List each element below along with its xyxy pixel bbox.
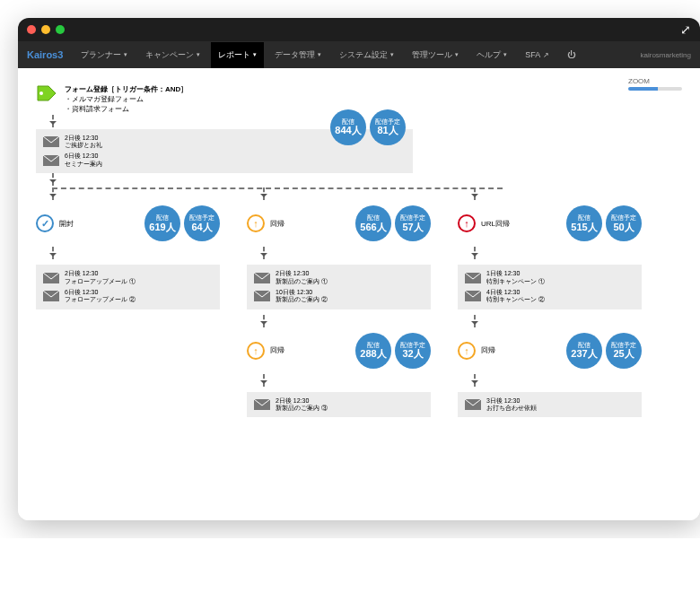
- branch-head[interactable]: ✓開封 配信619人 配信予定64人: [36, 205, 220, 241]
- metrics: 配信844人 配信予定81人: [330, 109, 406, 145]
- logo[interactable]: Kairos3: [27, 49, 63, 60]
- connector-arrow: [263, 315, 265, 327]
- connector-arrow: [263, 187, 265, 200]
- envelope-icon: [254, 291, 270, 301]
- sent-metric[interactable]: 配信619人: [144, 205, 180, 241]
- check-icon: ✓: [36, 214, 54, 232]
- scenario-canvas[interactable]: ZOOM フォーム登録［トリガー条件：AND］ ・メルマガ登録フォーム ・資料請…: [18, 68, 700, 520]
- sent-metric[interactable]: 配信288人: [355, 333, 391, 369]
- zoom-control[interactable]: ZOOM: [628, 77, 682, 91]
- step-block[interactable]: 配信844人 配信予定81人 2日後 12:30ご挨拶とお礼6日後 12:30セ…: [36, 129, 413, 174]
- mail-row[interactable]: 2日後 12:30新製品のご案内 ①: [254, 270, 424, 285]
- nav-SFA[interactable]: SFA↗: [518, 43, 556, 66]
- svg-point-0: [39, 92, 43, 95]
- sent-metric[interactable]: 配信844人: [330, 109, 366, 145]
- nav-管理ツール[interactable]: 管理ツール▾: [405, 42, 466, 68]
- nav-プランナー[interactable]: プランナー▾: [74, 42, 135, 68]
- nav-データ管理[interactable]: データ管理▾: [267, 42, 328, 68]
- connector-arrow: [263, 247, 265, 259]
- branch-head[interactable]: ↑回帰 配信288人 配信予定32人: [247, 333, 431, 369]
- up-icon: ↑: [247, 342, 265, 360]
- mail-row[interactable]: 4日後 12:30特別キャンペーン ②: [465, 289, 634, 304]
- metrics: 配信619人 配信予定64人: [144, 205, 220, 241]
- metrics: 配信515人 配信予定50人: [566, 205, 642, 241]
- envelope-icon: [465, 291, 481, 301]
- envelope-icon: [43, 155, 59, 166]
- sent-metric[interactable]: 配信515人: [566, 205, 602, 241]
- chevron-down-icon: ▾: [390, 51, 394, 58]
- envelope-icon: [465, 273, 481, 283]
- user-label: kairosmarketing: [641, 51, 691, 59]
- mail-row[interactable]: 2日後 12:30フォローアップメール ①: [43, 270, 213, 285]
- scheduled-metric[interactable]: 配信予定81人: [370, 109, 406, 145]
- branch-head[interactable]: ↑URL回帰 配信515人 配信予定50人: [458, 205, 642, 241]
- zoom-slider[interactable]: [628, 87, 682, 91]
- chevron-down-icon: ▾: [503, 51, 507, 58]
- chevron-down-icon: ▾: [197, 51, 200, 58]
- nav-レポート[interactable]: レポート▾: [211, 42, 264, 68]
- metrics: 配信237人 配信予定25人: [566, 333, 642, 369]
- branch-column: ↑URL回帰 配信515人 配信予定50人 1日後 12:30特別キャンペーン …: [458, 195, 642, 417]
- envelope-icon: [43, 291, 59, 301]
- up-icon: ↑: [458, 342, 476, 360]
- envelope-icon: [254, 399, 270, 410]
- envelope-icon: [254, 273, 270, 283]
- connector-arrow: [263, 374, 265, 387]
- chevron-down-icon: ▾: [455, 51, 459, 58]
- scheduled-metric[interactable]: 配信予定64人: [184, 205, 220, 241]
- up-icon: ↑: [458, 214, 476, 232]
- window-controls: [27, 25, 65, 34]
- nav-ヘルプ[interactable]: ヘルプ▾: [469, 42, 514, 68]
- branch-head[interactable]: ↑回帰 配信237人 配信予定25人: [458, 333, 642, 369]
- scheduled-metric[interactable]: 配信予定32人: [395, 333, 431, 369]
- mail-row[interactable]: 10日後 12:30新製品のご案内 ②: [254, 289, 424, 304]
- scheduled-metric[interactable]: 配信予定57人: [395, 205, 431, 241]
- external-icon: ↗: [543, 51, 549, 59]
- connector-arrow: [474, 187, 476, 200]
- zoom-dot[interactable]: [56, 25, 65, 34]
- expand-icon[interactable]: ⤢: [680, 22, 691, 37]
- mail-row[interactable]: 6日後 12:30セミナー案内: [43, 152, 406, 168]
- step-block[interactable]: 2日後 12:30新製品のご案内 ①10日後 12:30新製品のご案内 ②: [247, 265, 431, 309]
- sent-metric[interactable]: 配信566人: [355, 205, 391, 241]
- branch-head[interactable]: ↑回帰 配信566人 配信予定57人: [247, 205, 431, 241]
- metrics: 配信566人 配信予定57人: [355, 205, 431, 241]
- scheduled-metric[interactable]: 配信予定25人: [606, 333, 642, 369]
- branch-column: ✓開封 配信619人 配信予定64人 2日後 12:30フォローアップメール ①…: [36, 195, 220, 417]
- mail-row[interactable]: 6日後 12:30フォローアップメール ②: [43, 289, 213, 304]
- navbar: Kairos3 プランナー▾キャンペーン▾レポート▾データ管理▾システム設定▾管…: [18, 41, 700, 68]
- power-button[interactable]: ⏻: [560, 43, 582, 66]
- zoom-label: ZOOM: [628, 77, 650, 85]
- chevron-down-icon: ▾: [124, 51, 127, 58]
- step-block[interactable]: 2日後 12:30フォローアップメール ①6日後 12:30フォローアップメール…: [36, 265, 220, 309]
- connector-arrow: [52, 247, 54, 259]
- branch-column: ↑回帰 配信566人 配信予定57人 2日後 12:30新製品のご案内 ①10日…: [247, 195, 431, 417]
- close-dot[interactable]: [27, 25, 36, 34]
- chevron-down-icon: ▾: [253, 51, 257, 58]
- connector-arrow: [52, 187, 54, 200]
- app-window: ⤢ Kairos3 プランナー▾キャンペーン▾レポート▾データ管理▾システム設定…: [18, 18, 700, 520]
- nav-キャンペーン[interactable]: キャンペーン▾: [138, 42, 207, 68]
- mail-row[interactable]: 1日後 12:30特別キャンペーン ①: [465, 270, 634, 285]
- connector-arrow: [474, 247, 476, 259]
- up-icon: ↑: [247, 214, 265, 232]
- tag-icon: [36, 84, 57, 102]
- step-block[interactable]: 3日後 12:30お打ち合わせ依頼: [458, 392, 642, 418]
- step-block[interactable]: 2日後 12:30新製品のご案内 ③: [247, 392, 431, 418]
- nav-システム設定[interactable]: システム設定▾: [332, 42, 401, 68]
- envelope-icon: [43, 273, 59, 283]
- mail-row[interactable]: 2日後 12:30新製品のご案内 ③: [254, 397, 424, 413]
- minimize-dot[interactable]: [41, 25, 50, 34]
- scheduled-metric[interactable]: 配信予定50人: [606, 205, 642, 241]
- connector-arrow: [52, 173, 54, 186]
- trigger-text: フォーム登録［トリガー条件：AND］ ・メルマガ登録フォーム ・資料請求フォーム: [65, 84, 188, 115]
- step-block[interactable]: 1日後 12:30特別キャンペーン ①4日後 12:30特別キャンペーン ②: [458, 265, 642, 309]
- connector-arrow: [474, 374, 476, 387]
- mail-row[interactable]: 3日後 12:30お打ち合わせ依頼: [465, 397, 634, 413]
- envelope-icon: [43, 136, 59, 147]
- metrics: 配信288人 配信予定32人: [355, 333, 431, 369]
- sent-metric[interactable]: 配信237人: [566, 333, 602, 369]
- connector-arrow: [474, 315, 476, 327]
- chevron-down-icon: ▾: [318, 51, 321, 58]
- titlebar: ⤢: [18, 18, 700, 41]
